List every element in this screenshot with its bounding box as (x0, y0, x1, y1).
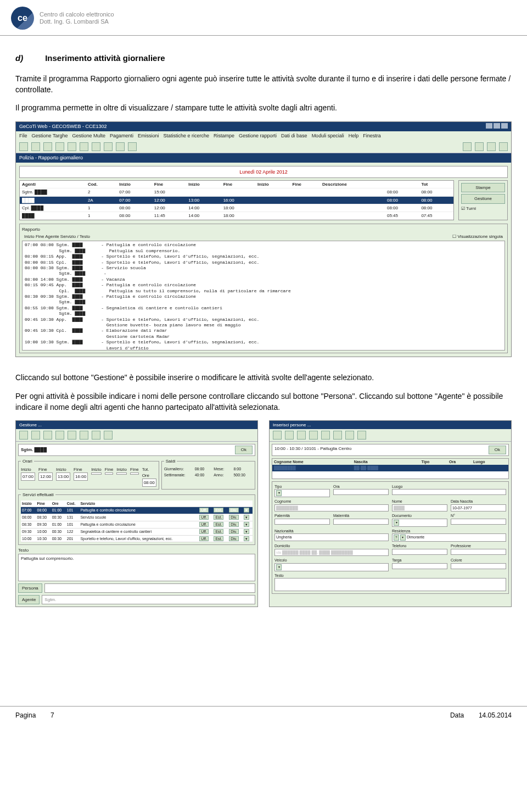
turni-checkbox[interactable]: ☑ Turni (461, 205, 505, 212)
agente-button[interactable]: Agente (18, 595, 40, 604)
menu-item[interactable]: Gestione Targhe (32, 133, 68, 138)
window-buttons[interactable] (485, 123, 508, 131)
row-btn[interactable]: Uff. (199, 529, 209, 534)
row-btn[interactable]: Est. (214, 529, 223, 534)
dropdown-icon[interactable]: ▾ (244, 529, 249, 534)
nav-last-icon[interactable] (499, 142, 508, 151)
nav-prev-icon[interactable] (80, 431, 88, 440)
ins-testo-field[interactable] (274, 578, 506, 591)
tipo-field[interactable]: ▾ (274, 489, 330, 497)
orari-field[interactable] (105, 472, 114, 475)
n-field[interactable] (451, 519, 506, 525)
toolbar-icon[interactable] (19, 142, 28, 151)
persona-button[interactable]: Persona (18, 583, 42, 593)
toolbar-icon[interactable] (31, 142, 40, 151)
targa-field[interactable] (392, 563, 447, 569)
orari-field[interactable] (130, 472, 139, 475)
row-btn[interactable]: Div. (229, 529, 239, 534)
orari-field[interactable] (91, 472, 102, 475)
dropdown-icon[interactable]: ▾ (244, 508, 249, 513)
toolbar-icon[interactable] (19, 431, 28, 440)
toolbar-icon[interactable] (273, 431, 282, 440)
professione-field[interactable] (451, 549, 506, 555)
nav-prev-icon[interactable] (333, 431, 342, 440)
menu-item[interactable]: Gestione rapporti (239, 133, 277, 138)
nav-first-icon[interactable] (68, 431, 76, 440)
toolbar-icon[interactable] (92, 142, 100, 151)
menu-item[interactable]: Emissioni (138, 133, 159, 138)
agenti-row[interactable]: Cpl. ████108:0012:0014:0018:0008:0008:00 (20, 204, 453, 212)
orari-field[interactable]: 07:00 (21, 472, 35, 481)
toolbar-icon[interactable] (309, 431, 318, 440)
toolbar-icon[interactable] (43, 431, 52, 440)
row-btn[interactable]: Est. (214, 522, 223, 527)
toolbar-icon[interactable] (285, 431, 294, 440)
toolbar[interactable] (16, 141, 511, 153)
row-btn[interactable]: Uff. (199, 508, 209, 513)
menu-item[interactable]: Dati di base (281, 133, 307, 138)
toolbar-icon[interactable] (297, 431, 306, 440)
servizi-row[interactable]: 10:0010:3000:30201Sportello e telefono, … (21, 535, 253, 542)
agenti-row[interactable]: ████2A07:0012:0013:0016:0008:0008:00 (20, 196, 453, 204)
row-btn[interactable]: Div. (229, 515, 239, 520)
nav-last-icon[interactable] (357, 431, 366, 440)
orari-field[interactable] (116, 472, 127, 475)
residenza-field[interactable]: ? ▾ Dimorante (392, 533, 506, 541)
ora-field[interactable] (333, 489, 389, 495)
agenti-row[interactable]: Sgtm. ████207:0015:0008:0008:00 (20, 188, 453, 196)
testo-textarea[interactable]: Pattuglia sul comprensorio. (18, 554, 255, 581)
toolbar-icon[interactable] (128, 142, 137, 151)
nav-next-icon[interactable] (92, 431, 100, 440)
nav-prev-icon[interactable] (475, 142, 484, 151)
orari-field[interactable]: 16:00 (74, 472, 88, 481)
nazionalita-field[interactable]: Ungheria (274, 533, 389, 541)
nav-first-icon[interactable] (463, 142, 472, 151)
row-btn[interactable]: Div. (229, 508, 239, 513)
orari-field[interactable]: 13:00 (56, 472, 70, 481)
menubar[interactable]: FileGestione TargheGestione MultePagamen… (16, 131, 511, 141)
ins-list-row[interactable]: ██████████-██-████ (272, 465, 508, 471)
orari-field[interactable]: 12:00 (38, 472, 53, 481)
toolbar-icon[interactable] (31, 431, 40, 440)
cognome-field[interactable]: ████████ (274, 504, 389, 512)
ok-button[interactable]: Ok (235, 446, 253, 454)
maternita-field[interactable] (333, 519, 389, 525)
luogo-field[interactable] (392, 489, 506, 495)
gestione-button[interactable]: Gestione (461, 194, 505, 203)
dropdown-icon[interactable]: ▾ (244, 515, 249, 520)
menu-item[interactable]: Gestione Multe (72, 133, 105, 138)
servizi-row[interactable]: 08:3009:3001:00101Pattuglia e controllo … (21, 521, 253, 528)
menu-item[interactable]: Pagamenti (110, 133, 133, 138)
agente-field[interactable]: Sgtm. (42, 595, 255, 604)
nav-next-icon[interactable] (487, 142, 496, 151)
row-btn[interactable]: Est. (214, 536, 223, 541)
nav-next-icon[interactable] (345, 431, 354, 440)
telefono-field[interactable] (392, 549, 447, 555)
toolbar-icon[interactable] (104, 142, 113, 151)
menu-item[interactable]: Moduli speciali (312, 133, 344, 138)
nav-first-icon[interactable] (321, 431, 330, 440)
dropdown-icon[interactable]: ▾ (244, 536, 249, 541)
ok-button[interactable]: Ok (489, 446, 506, 454)
ins-list[interactable]: Cognome NomeNascitaTipoOraLuogo█████████… (272, 458, 509, 479)
agenti-row[interactable]: ████108:0011:4514:0018:0005:4507:45 (20, 212, 453, 219)
inserisci-toolbar[interactable] (270, 429, 511, 442)
row-btn[interactable]: Div. (229, 522, 239, 527)
servizi-row[interactable]: 08:0008:3000:30131Servizio scuoleUff.Est… (21, 514, 253, 521)
menu-item[interactable]: Ristampe (214, 133, 234, 138)
row-btn[interactable]: Uff. (199, 522, 209, 527)
dropdown-icon[interactable]: ▾ (244, 522, 249, 527)
stampe-button[interactable]: Stampe (461, 183, 505, 192)
toolbar-icon[interactable] (80, 142, 88, 151)
toolbar-icon[interactable] (68, 142, 76, 151)
row-btn[interactable]: Uff. (199, 515, 209, 520)
row-btn[interactable]: Uff. (199, 536, 209, 541)
agenti-table[interactable]: AgentiCod.InizioFineInizioFineInizioFine… (19, 180, 454, 220)
nome-field[interactable]: ████ (392, 504, 447, 512)
menu-item[interactable]: File (19, 133, 27, 138)
toolbar-icon[interactable] (55, 431, 64, 440)
row-btn[interactable]: Est. (214, 515, 223, 520)
nav-last-icon[interactable] (104, 431, 113, 440)
row-btn[interactable]: Div. (229, 536, 239, 541)
gestione-toolbar[interactable] (16, 429, 257, 442)
